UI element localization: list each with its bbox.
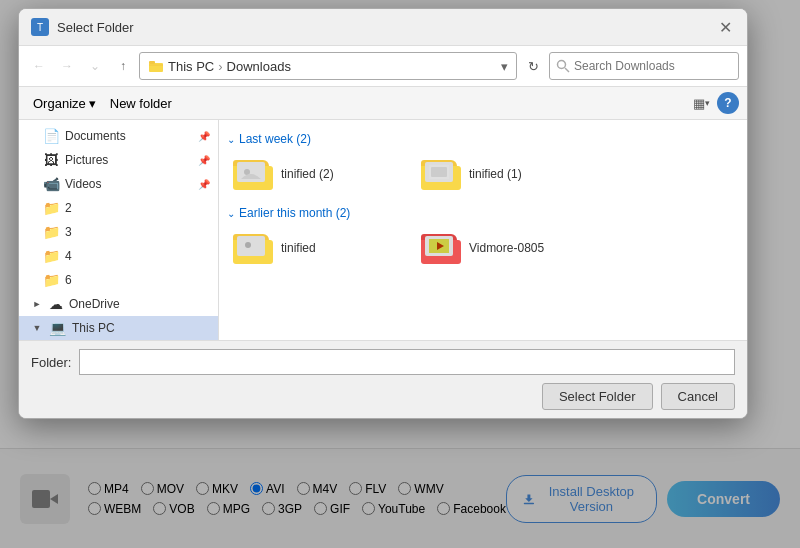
folder-3-icon: 📁 <box>43 224 59 240</box>
search-input[interactable] <box>574 59 732 73</box>
cancel-button[interactable]: Cancel <box>661 383 735 410</box>
folder-address-icon <box>148 58 164 74</box>
svg-point-5 <box>558 61 566 69</box>
sidebar-item-onedrive[interactable]: ► ☁ OneDrive <box>19 292 218 316</box>
address-dropdown-arrow[interactable]: ▾ <box>501 59 508 74</box>
svg-point-12 <box>245 242 251 248</box>
videos-icon: 📹 <box>43 176 59 192</box>
search-box <box>549 52 739 80</box>
app-icon: T <box>31 18 49 36</box>
folder-thumb-tinified <box>233 232 273 264</box>
folder-4-icon: 📁 <box>43 248 59 264</box>
dialog-body: 📄 Documents 📌 🖼 Pictures 📌 📹 Videos 📌 📁 <box>19 120 747 340</box>
titlebar-left: T Select Folder <box>31 18 134 36</box>
section-earlier-month[interactable]: ⌄ Earlier this month (2) <box>227 202 739 224</box>
folder-6-icon: 📁 <box>43 272 59 288</box>
forward-button[interactable]: → <box>55 54 79 78</box>
onedrive-expand-icon: ► <box>31 298 43 310</box>
this-pc-expand-icon: ▼ <box>31 322 43 334</box>
sidebar-item-6[interactable]: 📁 6 <box>19 268 218 292</box>
sidebar-item-pictures[interactable]: 🖼 Pictures 📌 <box>19 148 218 172</box>
sidebar: 📄 Documents 📌 🖼 Pictures 📌 📹 Videos 📌 📁 <box>19 120 219 340</box>
refresh-button[interactable]: ↻ <box>521 54 545 78</box>
address-bar: ← → ⌄ ↑ This PC › Downloads ▾ ↻ <box>19 46 747 87</box>
address-box[interactable]: This PC › Downloads ▾ <box>139 52 517 80</box>
earlier-month-chevron: ⌄ <box>227 208 235 219</box>
folder-thumb-tinified-1 <box>421 158 461 190</box>
svg-line-6 <box>565 68 569 72</box>
svg-rect-11 <box>241 239 261 253</box>
recent-button[interactable]: ⌄ <box>83 54 107 78</box>
svg-rect-10 <box>431 167 447 177</box>
folder-buttons: Select Folder Cancel <box>31 383 735 410</box>
sidebar-item-4[interactable]: 📁 4 <box>19 244 218 268</box>
onedrive-icon: ☁ <box>49 296 63 312</box>
new-folder-button[interactable]: New folder <box>104 93 178 114</box>
earlier-month-files: tinified Vid <box>227 224 739 276</box>
file-tinified-2[interactable]: tinified (2) <box>227 154 407 194</box>
up-button[interactable]: ↑ <box>111 54 135 78</box>
section-last-week[interactable]: ⌄ Last week (2) <box>227 128 739 150</box>
pictures-icon: 🖼 <box>43 152 59 168</box>
dialog-footer: Folder: Select Folder Cancel <box>19 340 747 418</box>
dialog-titlebar: T Select Folder ✕ <box>19 9 747 46</box>
file-area: ⌄ Last week (2) tinified (2) <box>219 120 747 340</box>
folder-thumb-vidmore <box>421 232 461 264</box>
view-button[interactable]: ▦▾ <box>689 91 713 115</box>
dialog-toolbar: Organize ▾ New folder ▦▾ ? <box>19 87 747 120</box>
folder-input-row: Folder: <box>31 349 735 375</box>
back-button[interactable]: ← <box>27 54 51 78</box>
last-week-chevron: ⌄ <box>227 134 235 145</box>
search-icon <box>556 59 570 73</box>
svg-point-8 <box>244 169 250 175</box>
sidebar-item-documents[interactable]: 📄 Documents 📌 <box>19 124 218 148</box>
folder-thumb-tinified-2 <box>233 158 273 190</box>
sidebar-item-videos[interactable]: 📹 Videos 📌 <box>19 172 218 196</box>
file-vidmore[interactable]: Vidmore-0805 <box>415 228 595 268</box>
svg-rect-4 <box>149 61 155 64</box>
file-tinified-1[interactable]: tinified (1) <box>415 154 595 194</box>
help-button[interactable]: ? <box>717 92 739 114</box>
folder-label: Folder: <box>31 355 71 370</box>
select-folder-dialog: T Select Folder ✕ ← → ⌄ ↑ This PC › Down… <box>18 8 748 419</box>
toolbar-right: ▦▾ ? <box>689 91 739 115</box>
documents-icon: 📄 <box>43 128 59 144</box>
modal-overlay: T Select Folder ✕ ← → ⌄ ↑ This PC › Down… <box>0 0 800 548</box>
sidebar-item-2[interactable]: 📁 2 <box>19 196 218 220</box>
dialog-title: Select Folder <box>57 20 134 35</box>
this-pc-icon: 💻 <box>49 320 66 336</box>
sidebar-item-this-pc[interactable]: ▼ 💻 This PC <box>19 316 218 340</box>
organize-button[interactable]: Organize ▾ <box>27 93 102 114</box>
last-week-files: tinified (2) tinified (1) <box>227 150 739 202</box>
file-tinified[interactable]: tinified <box>227 228 407 268</box>
svg-rect-3 <box>149 63 163 72</box>
select-folder-button[interactable]: Select Folder <box>542 383 653 410</box>
address-path: This PC › Downloads <box>168 59 291 74</box>
sidebar-item-3[interactable]: 📁 3 <box>19 220 218 244</box>
folder-2-icon: 📁 <box>43 200 59 216</box>
folder-input[interactable] <box>79 349 735 375</box>
close-button[interactable]: ✕ <box>715 17 735 37</box>
toolbar-left: Organize ▾ New folder <box>27 93 178 114</box>
